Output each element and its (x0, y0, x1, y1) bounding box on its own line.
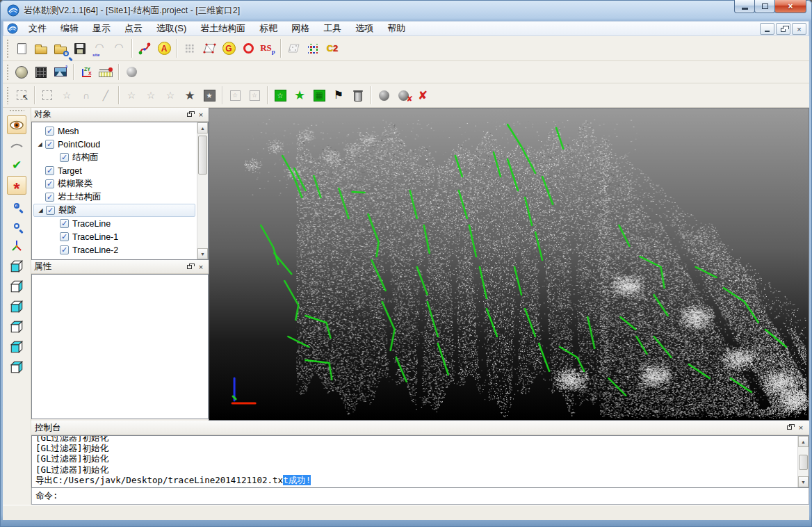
site-tool-button[interactable]: ◠site (90, 40, 109, 58)
polyhedron-button[interactable] (12, 63, 31, 81)
menu-item-工具[interactable]: 工具 (316, 21, 348, 36)
pick-select-button[interactable]: ↖ (12, 86, 31, 104)
lasso-select-button[interactable]: ∩ (76, 86, 96, 104)
star-remove-select-button[interactable]: ☆ (161, 86, 180, 104)
checkbox[interactable]: ✓ (45, 127, 54, 136)
grid-view-button[interactable] (31, 63, 51, 81)
3d-viewport[interactable] (209, 108, 809, 421)
mark-flag-button[interactable]: ⚑ (329, 86, 348, 104)
measure-button[interactable] (96, 63, 115, 81)
axes-display-button[interactable] (76, 63, 96, 81)
close-button[interactable]: × (774, 0, 806, 13)
rect-select-button[interactable] (38, 86, 57, 104)
console-scrollbar[interactable]: ▲ ▼ (797, 436, 809, 487)
toolbar-grip[interactable] (6, 39, 10, 58)
tree-item-Target[interactable]: ✓Target (33, 164, 195, 177)
tree-item-PointCloud[interactable]: ◢✓PointCloud (33, 138, 195, 151)
crop-inside-button[interactable]: ☆ (225, 86, 245, 104)
tree-item-TraceLine-2[interactable]: ✓TraceLine-2 (33, 243, 195, 257)
command-input-row[interactable]: 命令: (31, 488, 809, 505)
checkbox[interactable]: ✓ (60, 232, 69, 241)
star-select-button[interactable]: ☆ (122, 86, 141, 104)
checkbox[interactable]: ✓ (45, 179, 54, 188)
arc-tool-button[interactable]: ◠ (109, 40, 129, 58)
view-front-button[interactable] (7, 257, 26, 275)
sphere-tool-button[interactable] (122, 63, 141, 81)
expander-icon[interactable]: ◢ (35, 141, 45, 147)
new-file-button[interactable] (12, 40, 31, 58)
view-back-button[interactable] (7, 277, 26, 295)
checkbox[interactable]: ✓ (45, 166, 54, 175)
float-panel-button[interactable] (184, 262, 194, 271)
annotation-button[interactable]: A (154, 40, 174, 58)
scrollbar-thumb[interactable] (799, 455, 808, 470)
plane-points-button[interactable] (284, 40, 303, 58)
menu-item-选项[interactable]: 选项 (348, 21, 380, 36)
line-select-button[interactable]: ╱ (96, 86, 115, 104)
close-panel-button[interactable]: × (196, 110, 206, 119)
mesh-plane-button[interactable] (200, 40, 219, 58)
scroll-up-button[interactable]: ▲ (197, 122, 208, 133)
mdi-minimize-button[interactable] (760, 23, 774, 35)
curve-tool-button[interactable] (7, 136, 26, 154)
point-cluster-button[interactable] (180, 40, 200, 58)
visibility-button[interactable] (7, 115, 26, 134)
menu-item-编辑[interactable]: 编辑 (54, 21, 86, 36)
close-panel-button[interactable]: × (196, 262, 206, 271)
mdi-close-button[interactable]: × (792, 23, 806, 35)
console-header[interactable]: 控制台 × (31, 421, 809, 435)
title-bar[interactable]: 岩体勘测V2.1.1[64] - [Site1]-结构面.project - [… (3, 0, 809, 21)
tree-item-模糊聚类[interactable]: ✓模糊聚类 (33, 177, 195, 190)
checkbox[interactable]: ✓ (60, 245, 69, 254)
polygon-select-button[interactable]: ☆ (57, 86, 76, 104)
mdi-restore-button[interactable] (776, 23, 790, 35)
close-panel-button[interactable]: × (796, 423, 806, 432)
view-right-button[interactable] (7, 317, 26, 336)
crop-outside-button[interactable]: ☆ (245, 86, 264, 104)
expander-icon[interactable]: ◢ (35, 207, 46, 213)
menu-item-点云[interactable]: 点云 (117, 21, 149, 36)
maximize-button[interactable] (754, 0, 775, 13)
confirm-button[interactable]: ✔ (7, 156, 26, 175)
menu-item-选取(S)[interactable]: 选取(S) (149, 21, 193, 36)
delete-button[interactable] (348, 86, 368, 104)
menu-item-帮助[interactable]: 帮助 (380, 21, 412, 36)
3d-viewport-canvas[interactable] (209, 108, 809, 420)
menu-item-岩土结构面[interactable]: 岩土结构面 (193, 21, 252, 36)
float-panel-button[interactable] (784, 423, 794, 432)
save-button[interactable] (70, 40, 90, 58)
objects-panel-header[interactable]: 对象 × (31, 108, 209, 122)
properties-panel-header[interactable]: 属性 × (31, 260, 209, 274)
zoom-button[interactable] (7, 216, 26, 235)
checkbox[interactable]: ✓ (46, 206, 55, 215)
select-all-button[interactable]: ★ (180, 86, 200, 104)
toolbar-grip[interactable] (6, 86, 10, 104)
scrollbar-thumb[interactable] (198, 136, 207, 175)
geology-button[interactable]: G (219, 40, 238, 58)
menu-item-文件[interactable]: 文件 (22, 21, 54, 36)
show-cloud-button[interactable] (374, 86, 393, 104)
rs-analysis-button[interactable]: RSp (258, 40, 277, 58)
zoom-area-button[interactable]: A (7, 196, 26, 215)
float-panel-button[interactable] (184, 110, 194, 119)
view-top-button[interactable] (7, 337, 26, 356)
tree-item-Mesh[interactable]: ✓Mesh (33, 124, 195, 138)
menu-item-网格[interactable]: 网格 (284, 21, 316, 36)
open-button[interactable] (31, 40, 51, 58)
circle-fit-button[interactable] (238, 40, 258, 58)
checkbox[interactable]: ✓ (45, 140, 54, 149)
open-search-button[interactable] (51, 40, 70, 58)
image-view-button[interactable]: ² (51, 63, 70, 81)
tree-item-结构面[interactable]: ✓结构面 (33, 151, 195, 164)
view-bottom-button[interactable] (7, 357, 26, 376)
console-body[interactable]: [GL过滤器]初始化[GL过滤器]初始化[GL过滤器]初始化[GL过滤器]初始化… (31, 435, 809, 488)
marker-button[interactable]: * (7, 176, 26, 195)
axis-view-button[interactable] (7, 236, 26, 255)
menu-item-标靶[interactable]: 标靶 (252, 21, 284, 36)
hide-cloud-button[interactable]: ✘ (393, 86, 413, 104)
tree-item-裂隙[interactable]: ◢✓裂隙 (33, 204, 195, 217)
c2-tool-button[interactable]: C2 (323, 40, 342, 58)
scroll-down-button[interactable]: ▼ (798, 476, 809, 487)
keep-selection-button[interactable]: ☆ (270, 86, 290, 104)
scroll-down-button[interactable]: ▼ (197, 248, 208, 259)
